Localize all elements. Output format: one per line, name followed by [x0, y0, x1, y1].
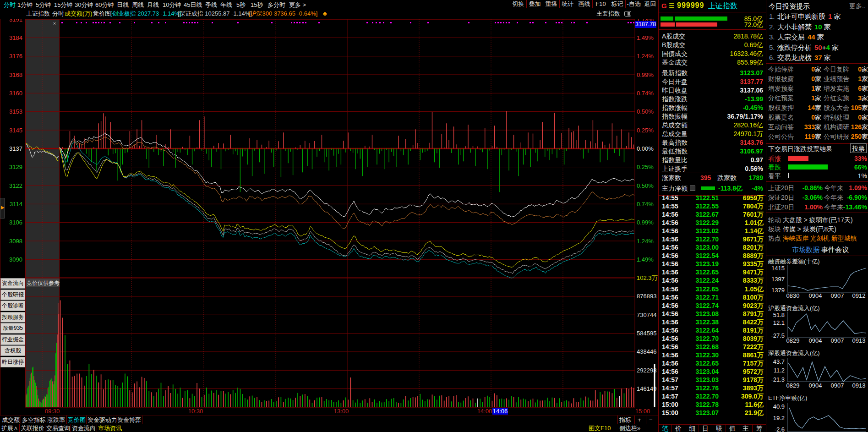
svg-text:43.7: 43.7 — [773, 358, 785, 365]
svg-text:3168: 3168 — [9, 71, 22, 78]
svg-text:0907: 0907 — [831, 382, 844, 389]
svg-text:0912: 0912 — [852, 292, 866, 299]
svg-text:09:30: 09:30 — [45, 408, 60, 415]
svg-text:730744: 730744 — [637, 312, 656, 318]
svg-text:0913: 0913 — [852, 337, 866, 344]
svg-text:13:00: 13:00 — [334, 408, 349, 415]
svg-text:0.25%: 0.25% — [637, 127, 654, 134]
svg-text:0.50%: 0.50% — [637, 182, 654, 189]
svg-text:深股通资金流入(亿): 深股通资金流入(亿) — [768, 350, 820, 356]
svg-text:3122: 3122 — [9, 182, 22, 189]
svg-text:竞价仅供参考: 竞价仅供参考 — [27, 280, 60, 286]
svg-text:14:06: 14:06 — [493, 408, 508, 415]
svg-text:3106: 3106 — [9, 219, 22, 226]
svg-text:3145: 3145 — [9, 127, 22, 134]
svg-text:876893: 876893 — [637, 293, 656, 300]
svg-text:1397: 1397 — [771, 276, 785, 283]
svg-text:0904: 0904 — [809, 292, 822, 299]
svg-text:0904: 0904 — [809, 382, 822, 389]
svg-text:0830: 0830 — [786, 292, 800, 299]
svg-text:0904: 0904 — [809, 337, 822, 344]
svg-text:1.24%: 1.24% — [637, 53, 654, 60]
svg-text:融资融券差额(十亿): 融资融券差额(十亿) — [768, 258, 820, 265]
svg-text:1.49%: 1.49% — [637, 256, 654, 263]
svg-text:1379: 1379 — [771, 287, 785, 294]
svg-text:0907: 0907 — [831, 337, 844, 344]
svg-text:1415: 1415 — [771, 265, 785, 272]
svg-text:×: × — [53, 21, 56, 26]
svg-text:0829: 0829 — [786, 337, 800, 344]
svg-text:3153: 3153 — [9, 108, 22, 115]
svg-text:-2.6: -2.6 — [775, 426, 785, 432]
svg-text:10:30: 10:30 — [188, 408, 203, 415]
svg-text:14:00: 14:00 — [477, 408, 492, 415]
svg-text:沪股通资金流入(亿): 沪股通资金流入(亿) — [768, 305, 820, 312]
svg-text:15:00: 15:00 — [635, 408, 650, 415]
svg-text:3137: 3137 — [9, 145, 22, 152]
svg-text:3129: 3129 — [9, 164, 22, 170]
svg-text:0913: 0913 — [852, 382, 866, 389]
svg-text:0.25%: 0.25% — [637, 164, 654, 170]
svg-text:-21.3: -21.3 — [771, 376, 785, 383]
svg-text:0.99%: 0.99% — [637, 71, 654, 78]
svg-text:-27.5: -27.5 — [771, 332, 785, 339]
svg-text:1.24%: 1.24% — [637, 238, 654, 245]
svg-text:0907: 0907 — [831, 292, 844, 299]
svg-text:3098: 3098 — [9, 238, 22, 245]
svg-text:0.74%: 0.74% — [637, 201, 654, 208]
svg-text:0.99%: 0.99% — [637, 219, 654, 226]
svg-text:3187.78: 3187.78 — [635, 21, 656, 27]
svg-text:3160: 3160 — [9, 90, 22, 97]
svg-text:438446: 438446 — [637, 348, 656, 355]
svg-text:292298: 292298 — [637, 367, 656, 374]
svg-text:40.9: 40.9 — [773, 403, 785, 410]
svg-text:0.74%: 0.74% — [637, 90, 654, 97]
svg-text:0829: 0829 — [786, 382, 800, 389]
svg-text:3176: 3176 — [9, 53, 22, 60]
svg-text:3114: 3114 — [10, 201, 22, 208]
svg-text:0.00%: 0.00% — [637, 145, 654, 152]
svg-text:146149: 146149 — [637, 385, 656, 392]
svg-text:ETF净申赎(亿): ETF净申赎(亿) — [768, 394, 807, 401]
svg-text:584595: 584595 — [637, 330, 656, 337]
svg-text:1.49%: 1.49% — [637, 34, 654, 41]
svg-text:12.1: 12.1 — [773, 319, 785, 326]
svg-text:102.3万: 102.3万 — [637, 274, 658, 281]
svg-text:19.2: 19.2 — [773, 415, 785, 421]
svg-text:3090: 3090 — [9, 256, 22, 263]
svg-text:0.50%: 0.50% — [637, 108, 654, 115]
svg-text:3184: 3184 — [9, 34, 22, 41]
svg-text:51.8: 51.8 — [773, 312, 785, 318]
svg-text:11.2: 11.2 — [774, 367, 785, 374]
